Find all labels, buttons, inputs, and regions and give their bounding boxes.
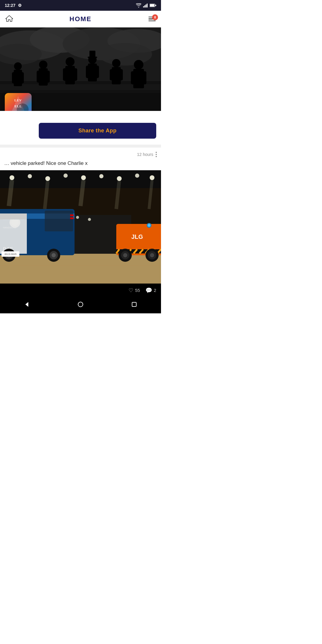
svg-rect-20 bbox=[20, 72, 24, 83]
notification-badge: 8 bbox=[152, 14, 158, 20]
android-home-button[interactable] bbox=[72, 299, 89, 311]
svg-point-109 bbox=[150, 253, 154, 257]
svg-point-56 bbox=[99, 174, 103, 178]
menu-button[interactable]: 8 bbox=[148, 17, 156, 21]
svg-line-60 bbox=[9, 180, 12, 206]
svg-point-70 bbox=[76, 216, 79, 219]
share-app-button[interactable]: Share the App bbox=[39, 123, 156, 139]
svg-rect-38 bbox=[119, 69, 123, 80]
svg-point-17 bbox=[14, 62, 22, 70]
recents-button[interactable] bbox=[125, 299, 143, 311]
svg-point-54 bbox=[64, 174, 68, 178]
svg-rect-3 bbox=[147, 4, 148, 7]
like-icon: ♡ bbox=[129, 287, 133, 294]
status-left: 12:27 ⚙ bbox=[5, 3, 22, 8]
svg-rect-74 bbox=[45, 210, 73, 231]
svg-point-58 bbox=[135, 174, 139, 178]
battery-icon bbox=[150, 4, 156, 7]
svg-text:JLG: JLG bbox=[131, 233, 143, 240]
svg-point-55 bbox=[81, 175, 86, 180]
post-timestamp: 12 hours bbox=[137, 152, 153, 157]
svg-text:ELL: ELL bbox=[14, 104, 22, 108]
svg-text:LEV: LEV bbox=[14, 98, 22, 102]
svg-point-106 bbox=[123, 253, 127, 257]
svg-rect-19 bbox=[12, 72, 16, 83]
post-image: FLY by NITE EUROPE ★★★★★ HANDSONE DAF 20… bbox=[0, 170, 161, 284]
svg-point-13 bbox=[98, 43, 152, 66]
svg-point-57 bbox=[117, 176, 122, 181]
svg-rect-24 bbox=[46, 71, 50, 83]
home-button[interactable] bbox=[5, 15, 13, 23]
signal-icon bbox=[143, 3, 148, 7]
svg-rect-2 bbox=[145, 4, 146, 7]
svg-rect-42 bbox=[142, 71, 146, 84]
bottom-nav bbox=[0, 297, 161, 313]
svg-point-71 bbox=[88, 218, 91, 221]
svg-point-25 bbox=[66, 57, 75, 66]
svg-rect-31 bbox=[88, 57, 97, 58]
svg-rect-92 bbox=[70, 217, 74, 219]
post-more-button[interactable] bbox=[156, 152, 157, 157]
wifi-icon bbox=[136, 3, 141, 7]
settings-icon: ⚙ bbox=[18, 3, 22, 8]
post-footer: ♡ 55 💬 2 bbox=[0, 284, 161, 297]
post-header: 12 hours bbox=[0, 148, 161, 158]
likes-action[interactable]: ♡ 55 bbox=[129, 287, 140, 294]
svg-rect-0 bbox=[143, 6, 144, 7]
svg-rect-41 bbox=[131, 71, 135, 84]
feed-post: 12 hours … vehicle parked! Nice one Char… bbox=[0, 148, 161, 297]
square-icon bbox=[131, 301, 137, 307]
status-time: 12:27 bbox=[5, 3, 16, 8]
svg-line-62 bbox=[80, 180, 83, 206]
svg-text:ERS: ERS bbox=[15, 110, 22, 111]
svg-rect-91 bbox=[70, 214, 74, 216]
comment-icon: 💬 bbox=[145, 287, 152, 294]
svg-rect-33 bbox=[86, 66, 89, 78]
svg-text:201·D·23225: 201·D·23225 bbox=[4, 253, 16, 255]
svg-point-51 bbox=[10, 175, 14, 180]
svg-rect-114 bbox=[132, 302, 136, 306]
svg-point-113 bbox=[78, 302, 83, 307]
back-icon bbox=[24, 301, 30, 307]
banner-section: Share the App bbox=[0, 111, 161, 145]
comments-action[interactable]: 💬 2 bbox=[145, 287, 156, 294]
svg-point-35 bbox=[112, 59, 120, 67]
svg-rect-6 bbox=[155, 5, 156, 6]
svg-point-59 bbox=[150, 175, 154, 180]
back-button[interactable] bbox=[18, 299, 36, 311]
svg-point-88 bbox=[52, 253, 56, 257]
svg-rect-82 bbox=[0, 213, 27, 219]
svg-rect-27 bbox=[63, 68, 67, 81]
status-bar: 12:27 ⚙ bbox=[0, 0, 161, 11]
svg-rect-34 bbox=[95, 66, 99, 78]
page-title: HOME bbox=[69, 15, 92, 23]
svg-marker-112 bbox=[25, 302, 28, 307]
comments-count: 2 bbox=[154, 288, 156, 293]
svg-point-52 bbox=[28, 174, 32, 178]
album-art: LEV ELL ERS bbox=[5, 93, 32, 111]
home-icon bbox=[5, 15, 13, 22]
svg-rect-23 bbox=[37, 71, 41, 83]
svg-rect-65 bbox=[0, 254, 161, 284]
album-art-svg: LEV ELL ERS bbox=[5, 93, 32, 111]
hero-section: LEV ELL ERS bbox=[0, 27, 161, 111]
top-nav: HOME 8 bbox=[0, 11, 161, 27]
svg-point-21 bbox=[39, 61, 47, 69]
circle-icon bbox=[78, 301, 83, 307]
post-image-svg: FLY by NITE EUROPE ★★★★★ HANDSONE DAF 20… bbox=[0, 170, 161, 284]
svg-rect-81 bbox=[0, 213, 27, 254]
likes-count: 55 bbox=[135, 288, 140, 293]
svg-rect-28 bbox=[73, 68, 77, 81]
svg-rect-50 bbox=[0, 170, 161, 188]
svg-point-53 bbox=[45, 176, 50, 181]
svg-point-39 bbox=[134, 60, 143, 69]
svg-rect-1 bbox=[144, 5, 145, 7]
status-right bbox=[136, 3, 156, 7]
svg-rect-37 bbox=[110, 69, 113, 80]
svg-rect-5 bbox=[150, 4, 154, 7]
post-text: … vehicle parked! Nice one Charlie x bbox=[0, 158, 161, 170]
section-divider bbox=[0, 145, 161, 148]
svg-point-111 bbox=[148, 224, 151, 227]
